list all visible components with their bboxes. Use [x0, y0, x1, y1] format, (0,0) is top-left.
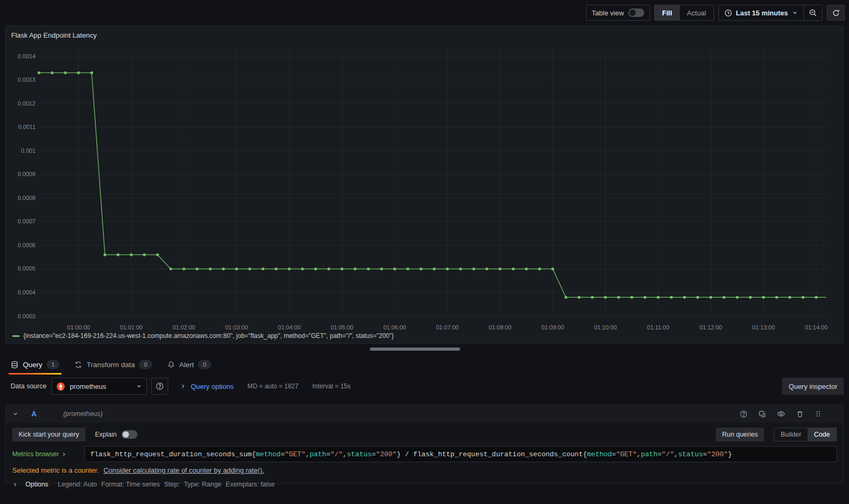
timeseries-panel: Flask App Endpoint Latency 0.00140.00130… [5, 25, 844, 344]
process-icon [74, 361, 82, 369]
time-range-picker[interactable]: Last 15 minutes [719, 5, 803, 20]
svg-text:0.0011: 0.0011 [18, 124, 36, 130]
tab-alert[interactable]: Alert 0 [167, 354, 211, 375]
panel-title: Flask App Endpoint Latency [11, 31, 97, 39]
explain-control: Explain [95, 430, 137, 439]
top-toolbar: Table view Fill Actual Last 15 minutes [0, 0, 849, 25]
duplicate-icon [758, 410, 766, 418]
time-controls-group: Last 15 minutes [718, 5, 822, 21]
chevron-down-icon [136, 383, 142, 389]
metrics-browser-button[interactable]: Metrics browser [12, 450, 84, 458]
explain-toggle[interactable] [122, 430, 137, 439]
warning-rate-link[interactable]: Consider calculating rate of counter by … [103, 466, 264, 474]
toggle-visibility-button[interactable] [777, 410, 785, 418]
datasource-value: prometheus [70, 383, 132, 390]
fill-button[interactable]: Fill [655, 5, 680, 20]
svg-text:01:12:00: 01:12:00 [699, 324, 722, 331]
refresh-icon [832, 9, 840, 17]
remove-query-button[interactable] [796, 410, 804, 418]
svg-text:0.0005: 0.0005 [18, 265, 36, 272]
svg-text:0.0009: 0.0009 [18, 171, 36, 177]
datasource-label: Data source [5, 383, 46, 390]
query-expression-row: Metrics browser flask_http_request_durat… [12, 446, 837, 462]
query-datasource-hint: (prometheus) [63, 410, 102, 418]
horizontal-scrollbar [0, 344, 849, 354]
svg-text:01:04:00: 01:04:00 [278, 324, 301, 331]
tab-query-label: Query [23, 361, 42, 369]
refresh-button[interactable] [827, 5, 845, 21]
zoom-out-button[interactable] [804, 5, 822, 20]
query-toolbar-row: Kick start your query Explain Run querie… [12, 428, 837, 441]
svg-text:01:08:00: 01:08:00 [489, 324, 512, 331]
query-inspector-button[interactable]: Query inspector [782, 378, 844, 395]
database-icon [11, 361, 19, 369]
svg-text:0.0012: 0.0012 [18, 100, 36, 107]
query-options-summary: Options Legend: AutoFormat: Time seriesS… [12, 481, 837, 488]
svg-text:01:06:00: 01:06:00 [383, 324, 406, 331]
options-items: Legend: AutoFormat: Time seriesStep:Type… [58, 481, 279, 488]
svg-text:01:05:00: 01:05:00 [331, 324, 353, 331]
run-queries-button[interactable]: Run queries [716, 428, 764, 441]
kick-start-query-button[interactable]: Kick start your query [12, 428, 85, 441]
question-circle-icon [740, 410, 748, 418]
query-help-button[interactable] [740, 410, 748, 418]
query-row-header: A (prometheus) [6, 405, 843, 423]
tab-query-count: 1 [47, 360, 59, 369]
option-item: Type: Range [184, 481, 221, 488]
bell-icon [167, 361, 175, 369]
svg-text:01:01:00: 01:01:00 [120, 324, 143, 331]
svg-text:0.0013: 0.0013 [18, 76, 36, 83]
metrics-browser-label: Metrics browser [12, 450, 59, 458]
angle-right-icon [180, 383, 186, 389]
promql-expression: flask_http_request_duration_seconds_sum{… [90, 450, 732, 458]
svg-text:0.0008: 0.0008 [18, 195, 36, 201]
builder-mode-button[interactable]: Builder [774, 428, 808, 441]
query-options-toggle[interactable]: Query options [180, 383, 233, 390]
code-mode-button[interactable]: Code [808, 428, 836, 441]
svg-text:01:00:00: 01:00:00 [67, 324, 90, 331]
table-view-group: Table view [586, 5, 650, 21]
svg-text:01:09:00: 01:09:00 [541, 324, 564, 331]
tab-transform-label: Transform data [86, 361, 135, 369]
option-item: Format: Time series [101, 481, 160, 488]
tab-query[interactable]: Query 1 [11, 354, 59, 375]
explain-label: Explain [95, 431, 117, 438]
angle-right-icon[interactable] [12, 482, 18, 488]
query-options-label: Query options [190, 383, 233, 390]
datasource-help-button[interactable] [151, 378, 168, 395]
actual-button[interactable]: Actual [680, 5, 714, 20]
svg-text:0.0006: 0.0006 [18, 242, 36, 248]
angle-right-icon [61, 451, 67, 457]
promql-code-editor[interactable]: flask_http_request_duration_seconds_sum{… [84, 446, 837, 462]
legend-series-label: {instance="ec2-184-169-216-224.us-west-1… [23, 332, 394, 340]
grafana-panel-edit-view: Table view Fill Actual Last 15 minutes [0, 0, 849, 504]
svg-text:0.0007: 0.0007 [18, 218, 36, 224]
drag-handle[interactable] [815, 410, 822, 418]
editor-mode-group: Builder Code [774, 428, 837, 441]
tab-transform-count: 0 [139, 360, 152, 369]
tab-transform-data[interactable]: Transform data 0 [74, 354, 152, 375]
datasource-row: Data source prometheus [5, 377, 844, 396]
query-row-actions [740, 410, 837, 418]
datasource-select[interactable]: prometheus [51, 378, 147, 395]
collapse-chevron-icon[interactable] [12, 411, 19, 417]
editor-tabs: Query 1 Transform data 0 Alert [0, 354, 849, 375]
option-item: Step: [164, 481, 179, 488]
legend-series-swatch [12, 335, 20, 337]
svg-text:01:02:00: 01:02:00 [172, 324, 195, 331]
query-options-stats: MD = auto = 1827 Interval = 15s [247, 383, 350, 390]
latency-chart[interactable]: 0.00140.00130.00120.00110.0010.00090.000… [6, 26, 843, 343]
svg-text:0.0003: 0.0003 [18, 313, 36, 319]
duplicate-query-button[interactable] [758, 410, 766, 418]
counter-warning: Selected metric is a counter. Consider c… [12, 466, 837, 474]
table-view-label: Table view [592, 9, 624, 17]
legend-item[interactable]: {instance="ec2-184-169-216-224.us-west-1… [12, 332, 394, 340]
clock-icon [724, 9, 732, 17]
scrollbar-thumb[interactable] [370, 347, 460, 351]
option-item: Exemplars: false [226, 481, 274, 488]
prometheus-flame-icon [56, 382, 65, 391]
warning-text: Selected metric is a counter. [12, 466, 99, 474]
table-view-toggle[interactable] [628, 8, 644, 17]
svg-text:01:13:00: 01:13:00 [752, 324, 775, 331]
query-row-body: Kick start your query Explain Run querie… [6, 423, 843, 488]
